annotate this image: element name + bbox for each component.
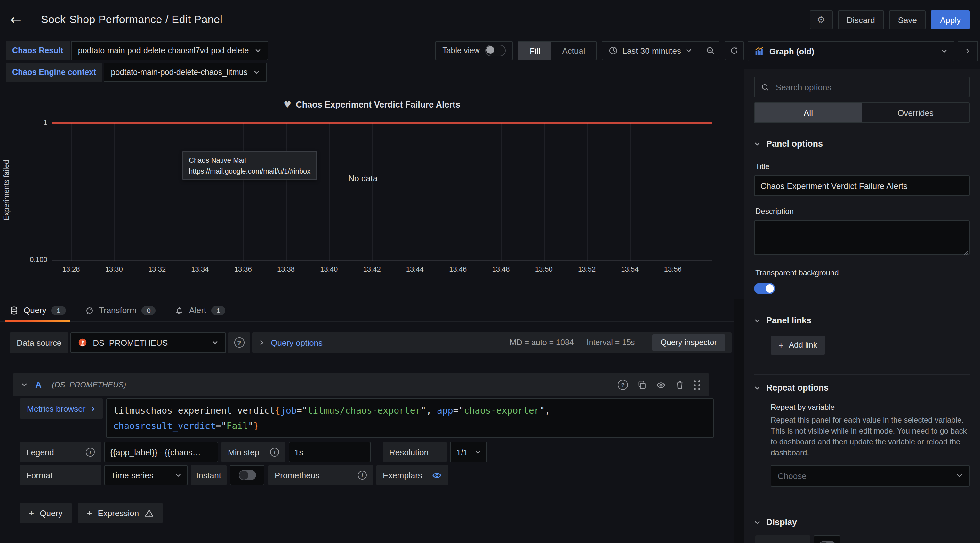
info-icon: i xyxy=(270,447,279,457)
duplicate-icon[interactable] xyxy=(638,381,646,389)
query-help-icon[interactable]: ? xyxy=(618,380,628,390)
resize-handle-icon[interactable] xyxy=(963,250,969,255)
trash-icon[interactable] xyxy=(675,381,684,389)
refresh-button[interactable] xyxy=(725,41,744,60)
x-tick-label: 13:32 xyxy=(148,265,166,273)
actual-option[interactable]: Actual xyxy=(551,41,596,59)
repeat-options-section[interactable]: Repeat options xyxy=(754,383,970,393)
page-title: Sock-Shop Performance / Edit Panel xyxy=(41,13,223,26)
tab-transform[interactable]: Transform 0 xyxy=(85,299,156,322)
add-query-button[interactable]: + Query xyxy=(20,503,72,523)
add-link-button[interactable]: + Add link xyxy=(771,336,825,355)
add-expression-button[interactable]: + Expression xyxy=(78,503,162,523)
interval-stat: Interval = 15s xyxy=(587,338,635,347)
metrics-browser-button[interactable]: Metrics browser xyxy=(20,398,103,419)
variable-value-dropdown[interactable]: podtato-main-pod-delete-chaosnl7vd-pod-d… xyxy=(71,41,268,60)
prometheus-field: Prometheus i xyxy=(268,465,373,486)
query-stats: MD = auto = 1084 Interval = 15s xyxy=(510,338,635,347)
editor-tabs: Query 1 Transform 0 Alert 1 xyxy=(0,299,734,322)
gridline xyxy=(157,123,158,261)
chevron-down-icon xyxy=(212,339,218,346)
panel-preview: ♥Chaos Experiment Verdict Failure Alerts… xyxy=(0,82,744,299)
gridline xyxy=(673,123,673,261)
time-range-picker[interactable]: Last 30 minutes xyxy=(602,41,719,60)
variable-value: podtato-main-pod-delete-chaos_litmus xyxy=(111,68,248,77)
tab-all[interactable]: All xyxy=(755,103,862,122)
transparent-background-label: Transparent background xyxy=(755,268,970,277)
back-arrow-icon[interactable]: ← xyxy=(10,12,29,27)
save-button[interactable]: Save xyxy=(889,10,926,29)
transparent-background-toggle[interactable] xyxy=(754,283,775,294)
visualization-picker[interactable]: Graph (old) xyxy=(748,41,955,62)
instant-switch xyxy=(239,470,256,480)
query-editor: Metrics browser litmuschaos_experiment_v… xyxy=(20,398,714,438)
discard-button[interactable]: Discard xyxy=(838,10,884,29)
y-tick-label: 1 xyxy=(0,118,48,126)
query-actions: + Query + Expression xyxy=(20,503,162,523)
add-query-label: Query xyxy=(40,508,62,518)
query-inspector-button[interactable]: Query inspector xyxy=(652,334,725,351)
apply-button[interactable]: Apply xyxy=(931,10,970,29)
exemplars-label: Exemplars xyxy=(383,470,422,480)
chevron-down-icon xyxy=(255,48,261,54)
legend-input[interactable] xyxy=(104,442,218,462)
fill-option[interactable]: Fill xyxy=(519,41,551,59)
section-heading: Display xyxy=(766,518,797,527)
visualization-name: Graph (old) xyxy=(769,46,814,56)
panel-links-section[interactable]: Panel links xyxy=(754,316,970,325)
chevron-down-icon xyxy=(754,317,760,324)
clock-icon xyxy=(609,46,618,55)
time-range-label: Last 30 minutes xyxy=(622,46,681,56)
panel-title-input[interactable] xyxy=(754,175,970,196)
datasource-help-button[interactable]: ? xyxy=(228,332,250,353)
chart-plot[interactable]: 13:2813:3013:3213:3413:3613:3813:4013:42… xyxy=(52,123,712,261)
x-tick-label: 13:42 xyxy=(363,265,381,273)
table-view-toggle[interactable]: Table view xyxy=(435,41,513,60)
variable-label: Chaos Result xyxy=(6,41,70,60)
query-code[interactable]: litmuschaos_experiment_verdict{job="litm… xyxy=(106,398,714,438)
repeat-variable-select[interactable]: Choose xyxy=(771,465,970,487)
panel-description-textarea[interactable] xyxy=(754,220,970,255)
gridline xyxy=(114,123,115,261)
query-row-header[interactable]: A (DS_PROMETHEUS) ? xyxy=(13,373,709,397)
alert-threshold-line xyxy=(52,122,712,124)
bars-toggle[interactable] xyxy=(814,535,840,543)
exemplars-eye-icon xyxy=(432,470,442,480)
tab-label: Alert xyxy=(189,306,206,315)
legend-label: Legend xyxy=(26,447,54,457)
chevron-down-icon xyxy=(21,382,27,388)
section-heading: Panel options xyxy=(766,139,823,148)
datasource-picker[interactable]: DS_PROMETHEUS xyxy=(70,332,226,353)
x-tick-label: 13:48 xyxy=(492,265,509,273)
tab-label: Query xyxy=(24,306,46,315)
search-options-box[interactable] xyxy=(754,77,970,97)
exemplars-field[interactable]: Exemplars xyxy=(376,465,448,486)
table-view-label: Table view xyxy=(442,46,480,55)
tab-count-badge: 1 xyxy=(51,306,65,315)
min-step-input[interactable] xyxy=(289,442,371,462)
gridline xyxy=(200,123,200,261)
zoom-out-button[interactable] xyxy=(702,41,719,59)
display-section[interactable]: Display xyxy=(754,518,970,527)
resolution-select[interactable]: 1/1 xyxy=(450,442,487,462)
variable-value-dropdown[interactable]: podtato-main-pod-delete-chaos_litmus xyxy=(104,63,267,82)
format-select[interactable]: Time series xyxy=(104,465,188,486)
search-options-input[interactable] xyxy=(775,82,963,92)
query-options-link[interactable]: Query options xyxy=(271,338,323,347)
tab-overrides[interactable]: Overrides xyxy=(862,103,969,122)
drag-handle-icon[interactable] xyxy=(694,380,701,390)
panel-settings-button[interactable]: ⚙ xyxy=(810,10,833,29)
resolution-value: 1/1 xyxy=(457,447,468,457)
plus-icon: + xyxy=(87,508,92,518)
plus-icon: + xyxy=(29,508,34,518)
alert-heart-icon: ♥ xyxy=(283,99,291,110)
eye-icon[interactable] xyxy=(656,380,666,390)
table-view-switch[interactable] xyxy=(485,45,506,56)
gridline xyxy=(415,123,415,261)
tab-alert[interactable]: Alert 1 xyxy=(175,299,226,322)
instant-toggle[interactable] xyxy=(230,465,264,486)
tab-query[interactable]: Query 1 xyxy=(10,299,65,322)
title-label: Title xyxy=(755,162,970,171)
panel-options-section[interactable]: Panel options xyxy=(754,139,970,148)
collapse-pane-button[interactable] xyxy=(958,41,978,62)
